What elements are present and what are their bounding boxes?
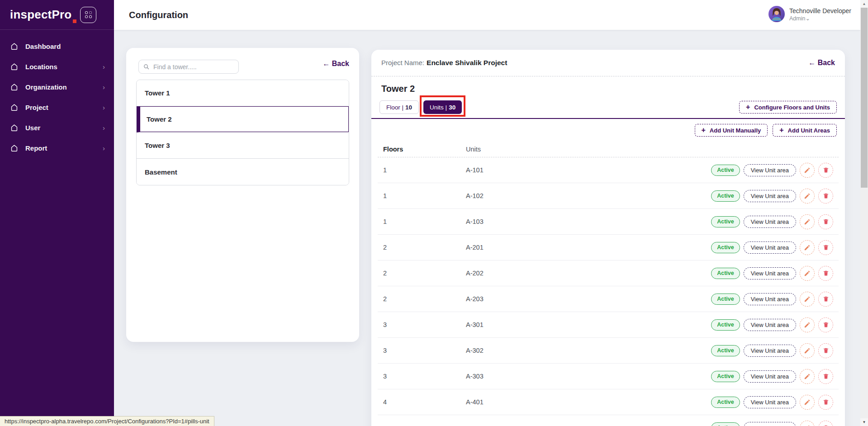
status-bar-url: https://inspectpro-alpha.travelrepo.com/… <box>0 416 214 426</box>
tower-list-item[interactable]: Basement <box>137 159 349 185</box>
view-unit-area-button[interactable]: View Unit area <box>744 241 796 254</box>
trash-icon <box>823 193 829 199</box>
unit-table-row: 2 A-201 Active View Unit area <box>378 235 839 260</box>
tower-list-item[interactable]: Tower 2 <box>137 106 349 133</box>
trash-icon <box>823 399 829 405</box>
caret-down-icon: ⌄ <box>805 15 810 22</box>
tower-list-item[interactable]: Tower 3 <box>137 133 349 159</box>
trash-icon <box>823 270 829 276</box>
edit-button[interactable] <box>800 292 815 307</box>
edit-button[interactable] <box>800 266 815 281</box>
delete-button[interactable] <box>818 189 833 204</box>
tower-item-label: Tower 3 <box>145 142 170 149</box>
edit-button[interactable] <box>800 421 815 426</box>
user-menu[interactable]: Technoville Developer Admin⌄ <box>768 6 851 24</box>
sidebar-toggle-button[interactable] <box>80 7 96 23</box>
add-unit-areas-button[interactable]: + Add Unit Areas <box>773 124 837 137</box>
tab-floor[interactable]: Floor |10 <box>379 100 419 114</box>
unit-cell: A-203 <box>466 295 711 303</box>
tab-units[interactable]: Units |30 <box>423 100 462 114</box>
active-status-badge[interactable]: Active <box>711 422 740 426</box>
row-actions: Active View Unit area <box>711 266 833 281</box>
active-status-badge[interactable]: Active <box>711 242 740 253</box>
view-unit-area-button[interactable]: View Unit area <box>744 267 796 279</box>
sidebar-item-report[interactable]: Report › <box>0 138 114 158</box>
delete-button[interactable] <box>818 163 833 178</box>
view-unit-area-button[interactable]: View Unit area <box>744 345 796 357</box>
edit-button[interactable] <box>800 395 815 410</box>
unit-table-row: 2 A-203 Active View Unit area <box>378 286 839 312</box>
active-status-badge[interactable]: Active <box>711 190 740 202</box>
grid-icon <box>85 11 92 18</box>
sidebar-item-user[interactable]: User › <box>0 118 114 138</box>
view-unit-area-button[interactable]: View Unit area <box>744 164 796 176</box>
unit-config-card: Project Name:Enclave Shivalik Project ← … <box>371 50 845 426</box>
delete-button[interactable] <box>818 240 833 255</box>
project-name-line: Project Name:Enclave Shivalik Project <box>381 59 507 67</box>
active-status-badge[interactable]: Active <box>711 397 740 408</box>
column-header-floors: Floors <box>383 146 466 153</box>
view-unit-area-button[interactable]: View Unit area <box>744 422 796 426</box>
edit-button[interactable] <box>800 317 815 332</box>
delete-button[interactable] <box>818 214 833 229</box>
trash-icon <box>823 244 829 251</box>
delete-button[interactable] <box>818 369 833 384</box>
unit-table-row: 3 A-302 Active View Unit area <box>378 338 839 364</box>
row-actions: Active View Unit area <box>711 214 833 229</box>
delete-button[interactable] <box>818 343 833 358</box>
tower-back-button[interactable]: ← Back <box>323 60 349 68</box>
delete-button[interactable] <box>818 317 833 332</box>
floor-cell: 2 <box>383 295 466 303</box>
view-unit-area-button[interactable]: View Unit area <box>744 190 796 202</box>
delete-button[interactable] <box>818 421 833 426</box>
active-status-badge[interactable]: Active <box>711 268 740 279</box>
sidebar-item-locations[interactable]: Locations › <box>0 57 114 77</box>
chevron-right-icon: › <box>103 63 105 71</box>
view-unit-area-button[interactable]: View Unit area <box>744 396 796 408</box>
edit-button[interactable] <box>800 163 815 178</box>
scrollbar-thumb[interactable] <box>861 8 868 188</box>
sidebar-item-organization[interactable]: Organization › <box>0 77 114 97</box>
floor-cell: 1 <box>383 218 466 225</box>
delete-button[interactable] <box>818 266 833 281</box>
pencil-icon <box>804 425 811 426</box>
floor-cell: 3 <box>383 321 466 328</box>
delete-button[interactable] <box>818 395 833 410</box>
tower-list-item[interactable]: Tower 1 <box>137 80 349 106</box>
detail-back-button[interactable]: ← Back <box>808 59 835 67</box>
sidebar-item-label: Project <box>25 104 48 111</box>
project-header: Project Name:Enclave Shivalik Project ← … <box>371 50 845 76</box>
sidebar-item-project[interactable]: Project › <box>0 97 114 118</box>
sidebar-item-dashboard[interactable]: Dashboard <box>0 36 114 57</box>
page-title: Configuration <box>129 10 188 20</box>
scroll-up-button[interactable]: ▲ <box>860 0 868 8</box>
view-unit-area-button[interactable]: View Unit area <box>744 370 796 383</box>
unit-cell: A-301 <box>466 321 711 328</box>
active-status-badge[interactable]: Active <box>711 371 740 382</box>
active-status-badge[interactable]: Active <box>711 165 740 176</box>
view-unit-area-button[interactable]: View Unit area <box>744 319 796 331</box>
active-status-badge[interactable]: Active <box>711 293 740 305</box>
view-unit-area-button[interactable]: View Unit area <box>744 293 796 305</box>
edit-button[interactable] <box>800 240 815 255</box>
add-unit-manually-button[interactable]: + Add Unit Manually <box>695 124 768 137</box>
configure-floors-units-button[interactable]: + Configure Floors and Units <box>739 101 837 114</box>
edit-button[interactable] <box>800 189 815 204</box>
delete-button[interactable] <box>818 292 833 307</box>
unit-table-row: Active View Unit area <box>378 415 839 426</box>
active-status-badge[interactable]: Active <box>711 216 740 227</box>
topbar: Configuration Technoville D <box>114 0 860 30</box>
vertical-scrollbar[interactable]: ▲ ▼ <box>860 0 868 426</box>
view-unit-area-button[interactable]: View Unit area <box>744 216 796 228</box>
column-header-units: Units <box>466 146 833 153</box>
row-actions: Active View Unit area <box>711 189 833 204</box>
active-status-badge[interactable]: Active <box>711 345 740 356</box>
edit-button[interactable] <box>800 343 815 358</box>
tower-search-input[interactable] <box>138 60 239 74</box>
edit-button[interactable] <box>800 369 815 384</box>
floor-cell: 3 <box>383 373 466 380</box>
active-status-badge[interactable]: Active <box>711 319 740 331</box>
scroll-down-button[interactable]: ▼ <box>860 418 868 426</box>
chevron-right-icon: › <box>103 104 105 111</box>
edit-button[interactable] <box>800 214 815 229</box>
